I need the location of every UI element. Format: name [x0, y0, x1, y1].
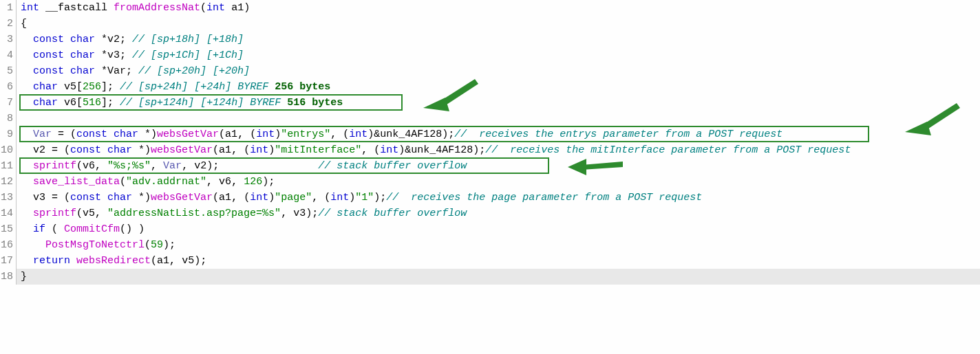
code-line: 15 if ( CommitCfm() ) [0, 221, 980, 237]
code-line: 3 const char *v2; // [sp+18h] [+18h] [0, 32, 980, 47]
line-number: 2 [0, 16, 17, 32]
line-number: 6 [0, 79, 17, 95]
line-number: 16 [0, 237, 17, 253]
line-number: 3 [0, 32, 17, 47]
line-number: 4 [0, 47, 17, 63]
code-line: 18 } [0, 269, 980, 285]
code-line: 11 sprintf(v6, "%s;%s", Var, v2); // sta… [0, 158, 980, 174]
code-line: 7 char v6[516]; // [sp+124h] [+124h] BYR… [0, 95, 980, 111]
code-line: 12 save_list_data("adv.addrnat", v6, 126… [0, 174, 980, 190]
line-number: 17 [0, 253, 17, 269]
line-number: 15 [0, 221, 17, 237]
code-line: 9 Var = (const char *)websGetVar(a1, (in… [0, 126, 980, 142]
code-editor[interactable]: 1 int __fastcall fromAddressNat(int a1) … [0, 0, 980, 285]
code-line: 16 PostMsgToNetctrl(59); [0, 237, 980, 253]
code-line: 1 int __fastcall fromAddressNat(int a1) [0, 0, 980, 16]
line-number: 8 [0, 111, 17, 126]
line-number: 9 [0, 126, 17, 142]
code-line: 6 char v5[256]; // [sp+24h] [+24h] BYREF… [0, 79, 980, 95]
line-number: 13 [0, 190, 17, 206]
line-number: 14 [0, 206, 17, 221]
code-line: 14 sprintf(v5, "addressNatList.asp?page=… [0, 206, 980, 221]
code-line: 2 { [0, 16, 980, 32]
line-number: 10 [0, 142, 17, 158]
code-line: 17 return websRedirect(a1, v5); [0, 253, 980, 269]
code-line: 8 [0, 111, 980, 126]
code-line: 13 v3 = (const char *)websGetVar(a1, (in… [0, 190, 980, 206]
line-number: 5 [0, 63, 17, 79]
line-number: 7 [0, 95, 17, 111]
line-number: 18 [0, 269, 17, 285]
code-line: 5 const char *Var; // [sp+20h] [+20h] [0, 63, 980, 79]
line-number: 12 [0, 174, 17, 190]
code-line: 10 v2 = (const char *)websGetVar(a1, (in… [0, 142, 980, 158]
line-number: 1 [0, 0, 17, 16]
line-number: 11 [0, 158, 17, 174]
code-line: 4 const char *v3; // [sp+1Ch] [+1Ch] [0, 47, 980, 63]
